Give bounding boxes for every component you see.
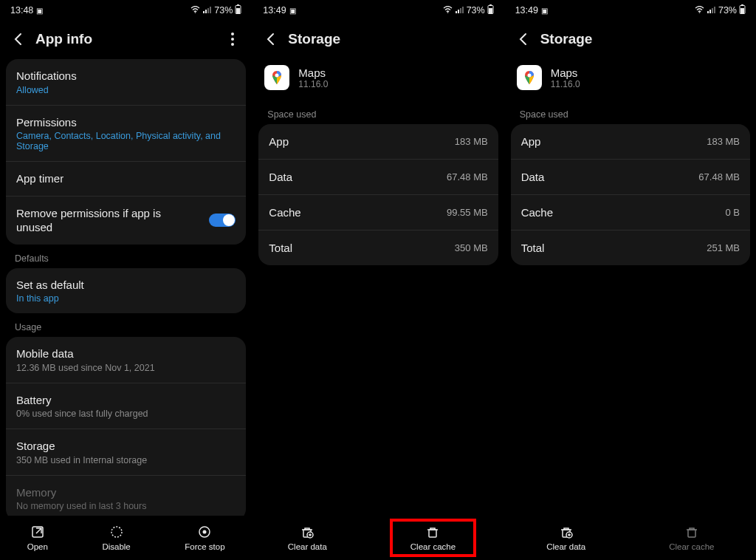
- total-size-value: 251 MB: [707, 242, 740, 253]
- image-icon: ▣: [541, 7, 548, 15]
- data-size-value: 67.48 MB: [447, 171, 488, 182]
- row-mobile-data[interactable]: Mobile data 12.36 MB used since Nov 1, 2…: [6, 337, 246, 383]
- row-notifications[interactable]: Notifications Allowed: [6, 59, 246, 106]
- clear-cache-label: Clear cache: [410, 542, 456, 551]
- signal-icon: [202, 5, 212, 16]
- battery-icon: [235, 4, 241, 16]
- titlebar: Storage: [252, 21, 504, 59]
- row-set-default[interactable]: Set as default In this app: [6, 268, 246, 314]
- row-memory[interactable]: Memory No memory used in last 3 hours: [6, 476, 246, 522]
- clear-data-button[interactable]: Clear data: [539, 522, 593, 554]
- permissions-label: Permissions: [16, 115, 236, 130]
- battery-percent: 73%: [467, 5, 485, 16]
- removeperms-toggle[interactable]: [209, 214, 236, 227]
- row-data-size: Data 67.48 MB: [258, 160, 498, 195]
- back-icon[interactable]: [517, 33, 533, 46]
- bottom-bar: Clear data Clear cache: [252, 516, 504, 560]
- data-size-label: Data: [269, 171, 292, 183]
- bottom-bar: Open Disable Force stop: [0, 516, 252, 560]
- app-version: 11.16.0: [551, 79, 580, 89]
- svg-rect-31: [740, 8, 744, 13]
- section-usage: Usage: [0, 313, 252, 337]
- removeperms-label: Remove permissions if app is unused: [16, 206, 186, 235]
- forcestop-button[interactable]: Force stop: [177, 522, 232, 554]
- image-icon: ▣: [36, 7, 43, 15]
- section-space-used: Space used: [505, 100, 756, 124]
- section-defaults: Defaults: [0, 245, 252, 268]
- bottom-bar: Clear data Clear cache: [505, 516, 756, 560]
- settings-card-1: Notifications Allowed Permissions Camera…: [6, 59, 246, 245]
- svg-rect-26: [709, 10, 711, 13]
- mobiledata-value: 12.36 MB used since Nov 1, 2021: [16, 363, 236, 373]
- titlebar: Storage: [505, 21, 756, 59]
- app-size-label: App: [521, 135, 541, 148]
- svg-point-32: [527, 74, 531, 78]
- storage-label: Storage: [16, 439, 236, 454]
- data-size-value: 67.48 MB: [698, 171, 740, 182]
- row-total-size: Total 251 MB: [511, 231, 750, 265]
- settings-card-defaults: Set as default In this app: [6, 268, 246, 314]
- memory-label: Memory: [16, 485, 236, 500]
- disable-label: Disable: [102, 542, 130, 551]
- row-data-size: Data 67.48 MB: [511, 160, 750, 195]
- more-icon[interactable]: [225, 33, 240, 46]
- svg-rect-13: [456, 11, 457, 13]
- wifi-icon: [443, 5, 453, 16]
- app-version: 11.16.0: [298, 79, 328, 89]
- row-storage[interactable]: Storage 350 MB used in Internal storage: [6, 429, 246, 476]
- maps-app-icon: [517, 65, 542, 90]
- disable-button[interactable]: Disable: [94, 522, 137, 554]
- signal-icon: [707, 5, 716, 16]
- svg-rect-7: [236, 8, 240, 13]
- app-header: Maps 11.16.0: [252, 59, 504, 100]
- svg-point-20: [275, 74, 279, 78]
- titlebar: App info: [0, 21, 252, 59]
- app-header: Maps 11.16.0: [505, 59, 756, 100]
- back-icon[interactable]: [264, 33, 281, 46]
- row-remove-permissions[interactable]: Remove permissions if app is unused: [6, 197, 246, 245]
- svg-rect-35: [688, 530, 695, 537]
- total-size-label: Total: [521, 242, 545, 254]
- notifications-value: Allowed: [16, 85, 236, 95]
- mobiledata-label: Mobile data: [16, 346, 236, 361]
- row-battery[interactable]: Battery 0% used since last fully charged: [6, 383, 246, 430]
- cache-size-label: Cache: [521, 206, 553, 219]
- status-bar: 13:49 ▣ 73%: [505, 0, 756, 21]
- image-icon: ▣: [289, 7, 296, 15]
- row-app-size: App 183 MB: [258, 124, 498, 160]
- status-time: 13:49: [263, 5, 286, 16]
- apptimer-label: App timer: [16, 171, 236, 186]
- back-icon[interactable]: [12, 33, 28, 46]
- row-app-size: App 183 MB: [511, 124, 750, 160]
- svg-point-12: [447, 12, 448, 13]
- row-app-timer[interactable]: App timer: [6, 162, 246, 197]
- svg-point-9: [111, 527, 122, 537]
- signal-icon: [455, 5, 464, 16]
- svg-rect-4: [210, 7, 211, 13]
- row-permissions[interactable]: Permissions Camera, Contacts, Location, …: [6, 106, 246, 163]
- cache-size-value: 99.55 MB: [447, 207, 488, 218]
- storage-card: App 183 MB Data 67.48 MB Cache 99.55 MB …: [258, 124, 498, 265]
- clear-data-label: Clear data: [546, 542, 585, 551]
- battery-icon: [487, 4, 494, 16]
- permissions-value: Camera, Contacts, Location, Physical act…: [16, 131, 236, 151]
- page-title: Storage: [540, 31, 744, 47]
- clear-cache-label: Clear cache: [669, 542, 714, 551]
- status-time: 13:48: [10, 5, 33, 16]
- clear-data-button[interactable]: Clear data: [281, 522, 334, 554]
- setdefault-value: In this app: [16, 293, 236, 304]
- clear-cache-button[interactable]: Clear cache: [390, 519, 476, 557]
- app-size-label: App: [269, 135, 289, 148]
- svg-rect-14: [458, 10, 459, 13]
- svg-rect-3: [207, 8, 209, 13]
- status-bar: 13:48 ▣ 73%: [0, 0, 252, 21]
- setdefault-label: Set as default: [16, 278, 236, 293]
- battery-icon: [739, 4, 746, 16]
- open-button[interactable]: Open: [20, 522, 55, 554]
- cache-size-value: 0 B: [725, 207, 740, 218]
- app-name: Maps: [551, 66, 580, 79]
- storage-card: App 183 MB Data 67.48 MB Cache 0 B Total…: [511, 124, 750, 265]
- cache-size-label: Cache: [269, 206, 300, 219]
- open-label: Open: [27, 542, 48, 551]
- battery-percent: 73%: [214, 5, 233, 16]
